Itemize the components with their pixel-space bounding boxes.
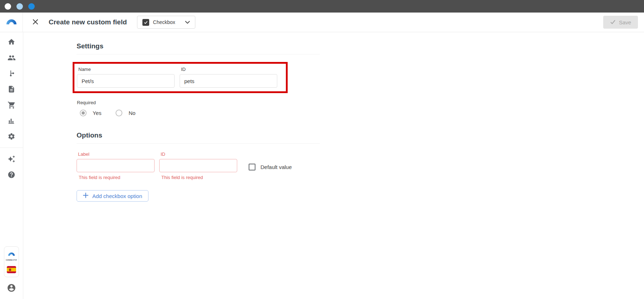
option-id-field-group: ID This field is required xyxy=(159,151,237,180)
close-icon xyxy=(32,18,39,26)
people-icon xyxy=(8,54,16,62)
option-label-field-group: Label This field is required xyxy=(77,151,155,180)
sidebar-item-flows[interactable] xyxy=(0,69,23,77)
required-no-label: No xyxy=(128,110,135,116)
name-field-group: Name xyxy=(77,67,175,88)
save-button[interactable]: Save xyxy=(603,16,638,29)
option-id-error: This field is required xyxy=(161,175,237,180)
plus-icon xyxy=(83,193,88,199)
sparkles-icon xyxy=(8,155,15,163)
sidebar-footer: CONNECTIF xyxy=(4,246,19,299)
app-header: Create new custom field Checkbox Save xyxy=(0,13,644,32)
save-button-label: Save xyxy=(619,19,631,25)
required-group: Required Yes No xyxy=(77,100,320,116)
default-value-group: Default value xyxy=(249,160,292,174)
required-yes-radio[interactable] xyxy=(80,110,87,116)
document-icon xyxy=(8,85,15,93)
field-type-selected: Checkbox xyxy=(153,19,175,25)
help-icon xyxy=(8,171,15,179)
options-heading: Options xyxy=(77,131,320,144)
sidebar-item-settings[interactable] xyxy=(0,132,23,140)
connectif-logo-icon xyxy=(6,18,17,26)
add-checkbox-option-button[interactable]: Add checkbox option xyxy=(77,190,148,202)
name-input[interactable] xyxy=(77,74,175,88)
default-value-checkbox[interactable] xyxy=(249,164,255,170)
checkbox-type-icon xyxy=(142,19,149,26)
sidebar-nav: CONNECTIF xyxy=(0,32,23,299)
account-button[interactable] xyxy=(7,283,16,293)
connectif-footer-logo-icon xyxy=(8,251,15,257)
option-label-field-label: Label xyxy=(78,151,155,157)
chevron-down-icon xyxy=(185,21,190,24)
workflow-tree-icon xyxy=(8,69,15,77)
default-value-label: Default value xyxy=(260,164,292,170)
page-title: Create new custom field xyxy=(49,18,127,26)
window-titlebar xyxy=(0,0,644,13)
app-logo[interactable] xyxy=(0,13,23,32)
sidebar-item-documents[interactable] xyxy=(0,85,23,93)
annotation-highlight: Name ID xyxy=(73,62,288,93)
brand-name: CONNECTIF xyxy=(6,259,17,261)
id-field-label: ID xyxy=(181,67,277,72)
id-field-group: ID xyxy=(180,67,277,88)
sidebar-item-home[interactable] xyxy=(0,38,23,46)
required-label: Required xyxy=(77,100,320,105)
required-yes-label: Yes xyxy=(93,110,101,116)
sidebar-item-statistics[interactable] xyxy=(0,117,23,125)
account-circle-icon xyxy=(7,283,16,293)
sidebar-item-help[interactable] xyxy=(0,171,23,179)
sidebar-item-contacts[interactable] xyxy=(0,54,23,62)
shopping-cart-icon xyxy=(8,101,16,109)
option-label-error: This field is required xyxy=(79,175,155,180)
settings-heading: Settings xyxy=(77,42,320,54)
window-dot-1[interactable] xyxy=(5,3,11,10)
sidebar-item-ai-assistant[interactable] xyxy=(0,155,23,163)
close-button[interactable] xyxy=(31,18,40,27)
window-dot-2[interactable] xyxy=(16,3,23,10)
spanish-flag-icon[interactable] xyxy=(7,266,16,273)
option-id-field-label: ID xyxy=(161,151,237,157)
flag-emblem xyxy=(9,269,11,271)
required-no-radio[interactable] xyxy=(116,110,122,116)
sidebar-item-store[interactable] xyxy=(0,101,23,109)
add-checkbox-option-label: Add checkbox option xyxy=(92,193,142,199)
check-icon xyxy=(610,19,616,25)
name-field-label: Name xyxy=(78,67,175,72)
option-label-input[interactable] xyxy=(77,159,155,172)
gear-icon xyxy=(8,132,15,140)
bar-chart-icon xyxy=(8,117,15,125)
main-panel: Settings Name ID Required Y xyxy=(23,32,644,299)
sidebar-divider xyxy=(0,148,23,148)
field-type-dropdown[interactable]: Checkbox xyxy=(137,16,195,29)
brand-card: CONNECTIF xyxy=(4,246,19,277)
option-id-input[interactable] xyxy=(159,159,237,172)
home-icon xyxy=(8,38,15,46)
window-dot-3[interactable] xyxy=(28,3,35,10)
id-input[interactable] xyxy=(180,74,277,88)
